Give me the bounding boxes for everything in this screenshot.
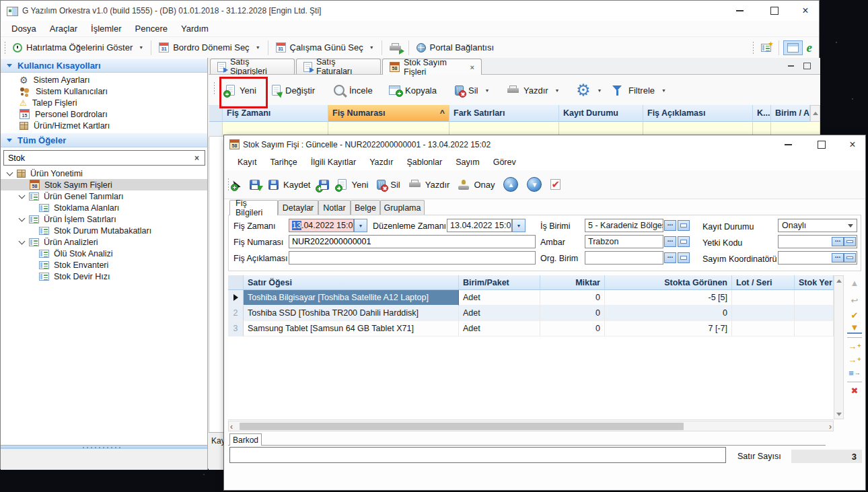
- apply-check-icon[interactable]: ✔: [847, 309, 862, 321]
- scroll-down-button[interactable]: [834, 409, 843, 419]
- tab-detaylar[interactable]: Detaylar: [278, 200, 318, 215]
- scroll-left-icon[interactable]: ‹: [230, 422, 233, 431]
- tab-stok-sayim-fisleri[interactable]: 58 Stok Sayım Fişleri ×: [382, 59, 482, 75]
- maximize-panel-button[interactable]: [802, 62, 811, 70]
- delete-record-button[interactable]: Sil ▼: [455, 79, 489, 101]
- chevron-down-icon[interactable]: ▼: [661, 88, 666, 93]
- column-fis-numarasi[interactable]: Fiş Numarası^: [328, 105, 449, 122]
- portal-link-button[interactable]: Portal Bağlantısı: [413, 42, 497, 52]
- sidebar-item-sistem-kullanicilari[interactable]: Sistem Kullanıcıları: [1, 85, 207, 97]
- tree-item-urun-yonetimi[interactable]: Ürün Yonetimi: [1, 168, 207, 179]
- chevron-down-icon[interactable]: ▼: [484, 88, 489, 93]
- chevron-expanded-icon[interactable]: [19, 215, 26, 221]
- is-birimi-lookup-button[interactable]: ...: [664, 220, 676, 231]
- tree-item-olu-stok-analizi[interactable]: Ölü Stok Analizi: [1, 248, 207, 259]
- add-line-icon[interactable]: →+: [847, 340, 862, 352]
- minimize-button[interactable]: [729, 3, 750, 18]
- yetki-kodu-keyboard-button[interactable]: [844, 237, 856, 246]
- cell-lot[interactable]: [732, 290, 795, 306]
- all-items-header[interactable]: Tüm Öğeler: [1, 133, 207, 147]
- clear-search-icon[interactable]: ×: [189, 153, 205, 163]
- cell-qty[interactable]: 0: [540, 321, 605, 337]
- tab-satis-siparisleri[interactable]: Satış Siparişleri: [210, 59, 295, 74]
- work-day-button[interactable]: 31 Çalışma Günü Seç ▼: [273, 42, 377, 52]
- previous-record-button[interactable]: ▲: [503, 177, 518, 192]
- insert-down-icon[interactable]: ▼: [847, 322, 862, 334]
- menu-sayim[interactable]: Sayım: [449, 155, 486, 169]
- main-titlebar[interactable]: G Yazılım Orkestra v1.0 (build 1555) - (…: [1, 1, 819, 22]
- cell-visible-stock[interactable]: 0: [605, 306, 732, 321]
- tab-gruplama[interactable]: Gruplama: [380, 200, 425, 215]
- ambar-lookup-button[interactable]: ...: [664, 236, 676, 247]
- close-button[interactable]: ×: [795, 3, 816, 18]
- tree-item-stok-devir-hizi[interactable]: Stok Devir Hızı: [1, 271, 207, 282]
- next-record-button[interactable]: ▼: [527, 177, 542, 192]
- delete-button[interactable]: Sil: [377, 180, 400, 190]
- tree-item-urun-genel-tanimlari[interactable]: Ürün Genel Tanımları: [1, 190, 207, 202]
- inspect-record-button[interactable]: İncele: [334, 79, 373, 101]
- grid-column-satir-ogesi[interactable]: Satır Öğesi: [244, 275, 459, 290]
- column-fark-satirlari[interactable]: Fark Satırları: [449, 105, 559, 122]
- approve-button[interactable]: Onay: [458, 180, 495, 190]
- chevron-expanded-icon[interactable]: [19, 238, 26, 244]
- scroll-up-button[interactable]: [810, 105, 820, 122]
- cell-stok-yer[interactable]: [795, 290, 834, 306]
- edit-record-button[interactable]: Değiştir: [272, 79, 315, 101]
- tree-item-urun-islem-satirlari[interactable]: Ürün İşlem Satırları: [1, 213, 207, 225]
- barcode-field[interactable]: [233, 450, 723, 460]
- cell-stok-yer[interactable]: [795, 321, 834, 337]
- chevron-expanded-icon[interactable]: [7, 169, 13, 176]
- column-k-clipped[interactable]: K...: [753, 105, 771, 122]
- yetki-kodu-input[interactable]: ...: [778, 235, 857, 248]
- sidebar-item-personel-bordrolari[interactable]: 15 Personel Bordroları: [1, 108, 207, 120]
- minimize-panel-button[interactable]: [786, 62, 795, 70]
- menu-islemler[interactable]: İşlemler: [84, 22, 129, 36]
- grid-column-lot-seri[interactable]: Lot / Seri: [732, 275, 795, 290]
- tab-fis-bilgileri[interactable]: Fiş Bilgileri: [229, 200, 278, 215]
- is-birimi-keyboard-button[interactable]: [678, 220, 690, 231]
- row-number[interactable]: 3: [228, 321, 244, 337]
- settings-button[interactable]: ⚙ ▼: [576, 79, 602, 101]
- toolbar-grip[interactable]: [752, 41, 754, 55]
- tab-barkod[interactable]: Barkod: [229, 433, 262, 446]
- sayim-koord-keyboard-button[interactable]: [844, 253, 856, 262]
- dialog-close-button[interactable]: ×: [842, 137, 863, 152]
- cell-visible-stock[interactable]: 7 [-7]: [605, 321, 732, 337]
- duzenleme-dropdown[interactable]: ▼: [512, 219, 526, 232]
- row-marker[interactable]: [228, 290, 244, 306]
- chevron-down-icon[interactable]: ▼: [369, 45, 374, 50]
- sidebar-item-urun-hizmet-kartlari[interactable]: Ürün/Hizmet Kartları: [1, 120, 207, 131]
- grid-column-stok-yer[interactable]: Stok Yer: [795, 275, 834, 290]
- grid-column-birim-paket[interactable]: Birim/Paket: [459, 275, 540, 290]
- collapse-icon[interactable]: [7, 64, 12, 67]
- sayim-koord-lookup-button[interactable]: ...: [832, 253, 844, 262]
- save-refresh-button[interactable]: [250, 180, 260, 190]
- maximize-button[interactable]: [764, 3, 785, 18]
- tree-item-stok-sayim-fisleri[interactable]: 58 Stok Sayım Fişleri: [1, 179, 207, 190]
- fis-zamani-dropdown[interactable]: ▼: [354, 219, 367, 232]
- tab-notlar[interactable]: Notlar: [318, 200, 351, 215]
- toolbar-grip[interactable]: [227, 178, 229, 191]
- grid-column-miktar[interactable]: Miktar: [540, 275, 605, 290]
- ambar-keyboard-button[interactable]: [678, 236, 690, 247]
- org-birim-input[interactable]: [585, 251, 663, 265]
- row-number[interactable]: 2: [228, 306, 244, 321]
- scroll-right-icon[interactable]: ›: [829, 422, 832, 431]
- cell-unit[interactable]: Adet: [459, 321, 540, 337]
- payroll-period-button[interactable]: 31 Bordro Dönemi Seç ▼: [155, 42, 263, 52]
- grid-hscrollbar[interactable]: ‹ ›: [228, 421, 834, 431]
- grid-column-stokta-gorunen[interactable]: Stokta Görünen: [605, 275, 732, 290]
- duzenleme-input[interactable]: 13.04.2022 15:02: [447, 219, 512, 232]
- filter-button[interactable]: Filtrele ▼: [612, 79, 666, 101]
- fis-zamani-input[interactable]: 13.04.2022 15:02: [289, 219, 354, 232]
- tab-satis-faturalari[interactable]: Satış Faturaları: [296, 59, 381, 74]
- cell-unit[interactable]: Adet: [459, 306, 540, 321]
- delete-line-icon[interactable]: ✖: [847, 384, 862, 396]
- cell-qty[interactable]: 0: [540, 290, 605, 306]
- menu-kayit[interactable]: Kayıt: [231, 155, 264, 169]
- is-birimi-input[interactable]: 5 - Karadeniz Bölgesi: [585, 219, 663, 232]
- cell-stok-yer[interactable]: [795, 306, 834, 321]
- print-button[interactable]: Yazdır ▼: [507, 79, 560, 101]
- undo-icon[interactable]: ↩: [847, 294, 862, 306]
- ambar-input[interactable]: Trabzon: [585, 235, 663, 248]
